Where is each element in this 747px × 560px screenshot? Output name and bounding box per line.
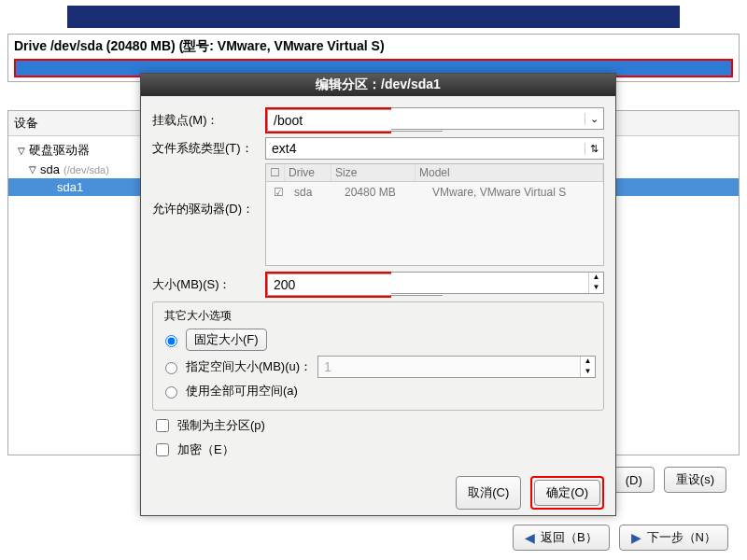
column-drive: Drive	[285, 164, 331, 181]
check-encrypt[interactable]	[156, 443, 169, 456]
drives-label: 允许的驱动器(D)：	[152, 163, 260, 217]
column-model: Model	[416, 164, 603, 181]
fillup-value	[318, 357, 580, 376]
back-label: 返回（B）	[541, 529, 598, 546]
spin-down-icon: ▼	[581, 367, 595, 377]
chevron-down-icon: ▽	[18, 146, 25, 156]
column-check: ☐	[270, 166, 280, 179]
column-size: Size	[331, 164, 416, 181]
tree-node-label: sda	[40, 162, 60, 176]
drive-model: VMware, VMware Virtual S	[429, 184, 599, 201]
back-button[interactable]: ◀ 返回（B）	[513, 525, 610, 551]
cancel-button[interactable]: 取消(C)	[456, 476, 521, 510]
radio-allspace[interactable]	[165, 386, 177, 399]
size-input-rest[interactable]	[391, 273, 588, 292]
spin-down-icon[interactable]: ▼	[589, 283, 603, 293]
reset-button[interactable]: 重设(s)	[664, 467, 726, 493]
fstype-label: 文件系统类型(T)：	[152, 140, 260, 157]
ok-button[interactable]: 确定(O)	[534, 480, 600, 506]
edit-partition-dialog: 编辑分区：/dev/sda1 挂载点(M)： ⌄ 文件系统类型(T)： ⇅	[140, 73, 616, 516]
size-label: 大小(MB)(S)：	[152, 276, 260, 293]
mount-point-rest[interactable]	[391, 109, 585, 128]
radio-allspace-label: 使用全部可用空间(a)	[186, 383, 298, 399]
spin-up-icon: ▲	[581, 357, 595, 367]
top-banner	[67, 6, 680, 28]
updown-icon[interactable]: ⇅	[585, 143, 603, 155]
radio-fillup[interactable]	[165, 362, 177, 374]
drive-name: sda	[290, 184, 337, 201]
arrow-left-icon: ◀	[525, 530, 535, 545]
tree-root-label: 硬盘驱动器	[29, 142, 90, 159]
allowed-drives-list: ☐ Drive Size Model ☑ sda 20480 MB VMware…	[265, 163, 604, 266]
check-primary-label: 强制为主分区(p)	[177, 417, 265, 434]
tree-node-devpath: (/dev/sda)	[63, 164, 109, 175]
radio-fixed[interactable]	[165, 335, 177, 347]
mount-label: 挂载点(M)：	[152, 112, 260, 129]
d-button[interactable]: (D)	[613, 467, 655, 493]
arrow-right-icon: ▶	[631, 530, 641, 545]
drive-title: Drive /dev/sda (20480 MB) (型号: VMware, V…	[14, 38, 733, 55]
check-encrypt-label: 加密（E）	[177, 441, 234, 458]
spin-up-icon[interactable]: ▲	[589, 273, 603, 283]
group-title: 其它大小选项	[161, 308, 235, 324]
dialog-title: 编辑分区：/dev/sda1	[141, 74, 615, 96]
radio-fixed-label[interactable]: 固定大小(F)	[186, 329, 267, 351]
size-options-group: 其它大小选项 固定大小(F) 指定空间大小(MB)(u)： ▲▼ 使用全部可用空…	[152, 301, 604, 411]
drive-size: 20480 MB	[341, 184, 425, 201]
radio-fillup-label: 指定空间大小(MB)(u)：	[186, 358, 312, 375]
check-primary[interactable]	[156, 419, 169, 432]
chevron-down-icon: ▽	[29, 164, 36, 175]
checkbox-icon[interactable]: ☑	[274, 186, 284, 199]
drive-row[interactable]: ☑ sda 20480 MB VMware, VMware Virtual S	[266, 182, 603, 203]
chevron-down-icon[interactable]: ⌄	[585, 113, 603, 125]
next-button[interactable]: ▶ 下一步（N）	[619, 525, 728, 551]
next-label: 下一步（N）	[647, 529, 716, 546]
tree-leaf-label: sda1	[57, 180, 83, 194]
fstype-select[interactable]	[266, 139, 585, 158]
